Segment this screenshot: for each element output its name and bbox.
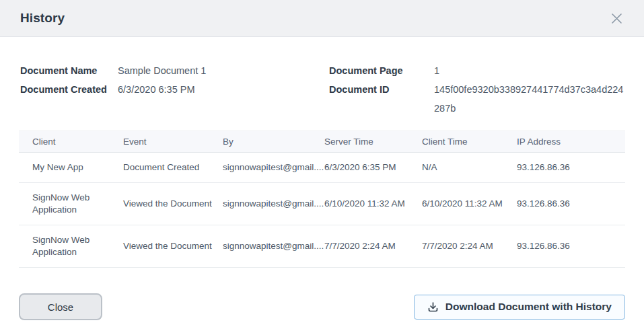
table-header-row: Client Event By Server Time Client Time …	[19, 131, 625, 153]
cell-client-time: 6/10/2020 11:32 AM	[408, 183, 503, 225]
cell-server-time: 6/10/2020 11:32 AM	[311, 183, 408, 225]
modal-header: History	[0, 0, 644, 37]
cell-client: SignNow Web Application	[19, 225, 110, 268]
cell-server-time: 6/3/2020 6:35 PM	[311, 153, 408, 183]
download-icon	[427, 301, 439, 313]
cell-event: Viewed the Document	[110, 183, 209, 225]
table-row: My New App Document Created signnowapite…	[19, 153, 625, 183]
document-id-label: Document ID	[329, 80, 434, 118]
cell-ip-address: 93.126.86.36	[503, 225, 625, 268]
cell-client-time: 7/7/2020 2:24 AM	[408, 225, 503, 268]
download-button-label: Download Document with History	[445, 301, 612, 313]
close-dialog-button[interactable]: Close	[19, 293, 102, 320]
cell-by: signnowapitest@gmail....	[209, 153, 311, 183]
history-table: Client Event By Server Time Client Time …	[19, 131, 625, 268]
document-page-label: Document Page	[329, 61, 434, 80]
column-header-server-time: Server Time	[311, 131, 408, 153]
table-row: SignNow Web Application Viewed the Docum…	[19, 183, 625, 225]
cell-ip-address: 93.126.86.36	[503, 183, 625, 225]
column-header-ip-address: IP Address	[503, 131, 625, 153]
close-button[interactable]	[607, 9, 627, 28]
column-header-client: Client	[19, 131, 110, 153]
document-name-value: Sample Document 1	[118, 61, 329, 80]
document-info-right: Document Page 1 Document ID 145f00fe9320…	[329, 61, 624, 118]
cell-ip-address: 93.126.86.36	[503, 153, 625, 183]
document-name-label: Document Name	[20, 61, 118, 80]
cell-by: signnowapitest@gmail....	[209, 225, 311, 268]
cell-client-time: N/A	[408, 153, 503, 183]
column-header-event: Event	[110, 131, 209, 153]
history-modal: History Document Name Sample Document 1 …	[0, 0, 644, 333]
document-created-value: 6/3/2020 6:35 PM	[118, 80, 329, 99]
document-id-value: 145f00fe9320b338927441774d37c3a4d224287b	[434, 80, 624, 118]
document-info: Document Name Sample Document 1 Document…	[0, 37, 644, 118]
column-header-client-time: Client Time	[408, 131, 503, 153]
modal-title: History	[20, 11, 65, 26]
download-document-with-history-button[interactable]: Download Document with History	[414, 295, 625, 320]
modal-footer: Close Download Document with History	[0, 293, 644, 320]
cell-event: Document Created	[110, 153, 209, 183]
close-icon	[610, 11, 624, 26]
cell-by: signnowapitest@gmail....	[209, 183, 311, 225]
table-row: SignNow Web Application Viewed the Docum…	[19, 225, 625, 268]
column-header-by: By	[209, 131, 311, 153]
cell-client: SignNow Web Application	[19, 183, 110, 225]
cell-server-time: 7/7/2020 2:24 AM	[311, 225, 408, 268]
cell-client: My New App	[19, 153, 110, 183]
cell-event: Viewed the Document	[110, 225, 209, 268]
document-created-label: Document Created	[20, 80, 118, 99]
document-page-value: 1	[434, 61, 624, 80]
document-info-left: Document Name Sample Document 1 Document…	[20, 61, 329, 118]
